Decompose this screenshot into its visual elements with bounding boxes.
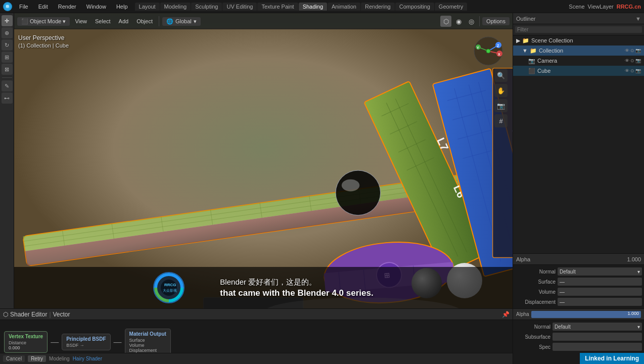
node-editor-sep: | — [49, 311, 51, 318]
node-pin-icon[interactable]: 📌 — [502, 311, 510, 318]
shading-material-btn[interactable]: ◉ — [453, 16, 464, 27]
surface-dropdown[interactable]: — — [558, 278, 642, 286]
outliner-header: Outliner ▼ — [513, 13, 644, 24]
rrcg-badge: RRCG.cn — [617, 4, 641, 10]
toolbar-sep-1 — [159, 16, 159, 26]
workspace-tabs: Layout Modeling Sculpting UV Editing Tex… — [135, 3, 468, 11]
tab-shading[interactable]: Shading — [299, 3, 327, 11]
side-subsurface-field[interactable] — [553, 333, 642, 341]
right-panel: Outliner ▼ ▶ 📁 Scene Collection ▼ 📁 Coll… — [513, 13, 644, 308]
side-normal-dropdown[interactable]: Default ▾ — [553, 323, 642, 331]
outliner-filter-input[interactable] — [515, 26, 642, 33]
viewport-inner-toolbar: ⬛ Object Mode ▾ View Select Add Object 🌐… — [14, 13, 513, 29]
collection-eye-icon[interactable]: 👁 — [625, 48, 629, 53]
global-selector[interactable]: 🌐 Global ▾ — [162, 17, 201, 26]
svg-text:Z: Z — [497, 44, 499, 48]
measure-tool-btn[interactable]: ⊷ — [2, 93, 13, 104]
tab-sculpting[interactable]: Sculpting — [191, 3, 222, 11]
tab-texture-paint[interactable]: Texture Paint — [257, 3, 298, 11]
tab-uv-editing[interactable]: UV Editing — [222, 3, 257, 11]
collection-render-icon[interactable]: 📷 — [635, 48, 641, 53]
principled-bsdf-node[interactable]: Principled BSDF BSDF → — [62, 334, 110, 350]
cube-render-icon[interactable]: 📷 — [635, 68, 641, 73]
view-btn[interactable]: View — [72, 17, 90, 25]
menu-edit[interactable]: Edit — [35, 3, 51, 11]
viewport-3d[interactable]: L7 L6 LC — [14, 13, 513, 308]
tab-modeling[interactable]: Modeling — [160, 3, 191, 11]
pan-icon-btn[interactable]: ✋ — [494, 84, 508, 97]
side-normal-row: Normal Default ▾ — [515, 322, 642, 331]
node-editor-content[interactable]: Vertex Texture Distance 0.000 — Principl… — [0, 320, 513, 364]
node-connector-2: — — [114, 338, 122, 347]
camera-sel-icon[interactable]: ⊙ — [630, 58, 634, 63]
add-btn[interactable]: Add — [116, 17, 132, 25]
cube-sel-icon[interactable]: ⊙ — [630, 68, 634, 73]
surface-value: — — [560, 279, 565, 285]
system-bar: B File Edit Render Window Help Layout Mo… — [0, 0, 644, 13]
cube-eye-icon[interactable]: 👁 — [625, 68, 629, 73]
normal-dropdown-icon: ▾ — [637, 269, 640, 275]
subtitle-overlay: RRCG 大众影视 Blender 爱好者们，这是的。 that came wi… — [14, 267, 513, 308]
camera-eye-icon[interactable]: 👁 — [625, 58, 629, 63]
move-tool-btn[interactable]: ⊕ — [2, 27, 13, 38]
outliner-search — [513, 24, 644, 35]
tab-compositing[interactable]: Compositing — [395, 3, 434, 11]
options-btn[interactable]: Options — [482, 17, 510, 25]
collection-sel-icon[interactable]: ⊙ — [630, 48, 634, 53]
node-editor-actions: 📌 — [502, 311, 510, 318]
zoom-icon-btn[interactable]: 🔍 — [494, 69, 508, 82]
select-btn[interactable]: Select — [92, 17, 114, 25]
outliner-item-scene-collection[interactable]: ▶ 📁 Scene Collection — [513, 35, 644, 46]
node-connector-1: — — [51, 338, 59, 347]
cancel-btn[interactable]: Cancel — [3, 355, 25, 362]
viewport-mode-selector[interactable]: ⬛ Object Mode ▾ — [17, 17, 70, 26]
volume-dropdown[interactable]: — — [558, 288, 642, 296]
retry-btn[interactable]: Retry — [28, 355, 46, 362]
tab-animation[interactable]: Animation — [328, 3, 360, 11]
outliner-actions: ▼ — [635, 16, 641, 22]
node-editor-icon: ⬡ — [3, 311, 8, 318]
camera-label: Camera — [537, 58, 557, 64]
subtitle-text-block: Blender 爱好者们，这是的。 that came with the Ble… — [220, 278, 373, 298]
side-subsurface-label: Subsurface — [515, 334, 550, 340]
outliner-item-collection[interactable]: ▼ 📁 Collection 👁 ⊙ 📷 — [513, 46, 644, 56]
subtitle-line1: Blender 爱好者们，这是的。 — [220, 278, 373, 287]
axis-gizmo[interactable]: Z X Y — [473, 36, 503, 66]
tab-layout[interactable]: Layout — [135, 3, 160, 11]
side-subsurface-row: Subsurface — [515, 332, 642, 341]
menu-window[interactable]: Window — [83, 3, 109, 11]
hairy-shader-btn[interactable]: Hairy Shader — [73, 356, 102, 361]
svg-point-36 — [342, 179, 359, 192]
menu-file[interactable]: File — [16, 3, 31, 11]
menu-render[interactable]: Render — [55, 3, 79, 11]
vertex-texture-node[interactable]: Vertex Texture Distance 0.000 — [4, 331, 48, 353]
normal-dropdown[interactable]: Default ▾ — [558, 267, 642, 276]
outliner-item-camera[interactable]: 📷 Camera 👁 ⊙ 📷 — [513, 56, 644, 66]
viewport-background: L7 L6 LC — [14, 13, 513, 308]
cursor-tool-btn[interactable]: ✛ — [2, 15, 13, 26]
tab-rendering[interactable]: Rendering — [361, 3, 395, 11]
surface-label: Surface — [515, 279, 556, 285]
annotate-tool-btn[interactable]: ✎ — [2, 80, 13, 92]
transform-tool-btn[interactable]: ⊠ — [2, 64, 13, 75]
material-output-node[interactable]: Material Output Surface Volume Displacem… — [125, 329, 171, 355]
menu-help[interactable]: Help — [113, 3, 131, 11]
rotate-tool-btn[interactable]: ↻ — [2, 39, 13, 51]
tab-geometry[interactable]: Geometry — [435, 3, 467, 11]
side-spec-field[interactable] — [553, 343, 642, 351]
global-icon: 🌐 — [166, 18, 173, 25]
node-editor-title: Shader Editor — [10, 311, 47, 318]
object-btn[interactable]: Object — [133, 17, 156, 25]
outliner-item-cube[interactable]: ⬛ Cube 👁 ⊙ 📷 — [513, 66, 644, 76]
camera-icon-btn[interactable]: 📷 — [494, 99, 508, 112]
displacement-dropdown[interactable]: — — [558, 298, 642, 306]
side-alpha-label: Alpha — [516, 311, 529, 317]
camera-render-icon[interactable]: 📷 — [635, 58, 641, 63]
alpha-slider[interactable]: 1.000 — [531, 311, 641, 318]
filter-icon[interactable]: ▼ — [635, 16, 641, 22]
shading-render-btn[interactable]: ◎ — [466, 16, 477, 27]
nav-icons: 🔍 ✋ 📷 # — [494, 69, 508, 127]
grid-icon-btn[interactable]: # — [494, 114, 508, 127]
scale-tool-btn[interactable]: ⊞ — [2, 52, 13, 63]
shading-solid-btn[interactable]: ⬡ — [440, 16, 451, 27]
